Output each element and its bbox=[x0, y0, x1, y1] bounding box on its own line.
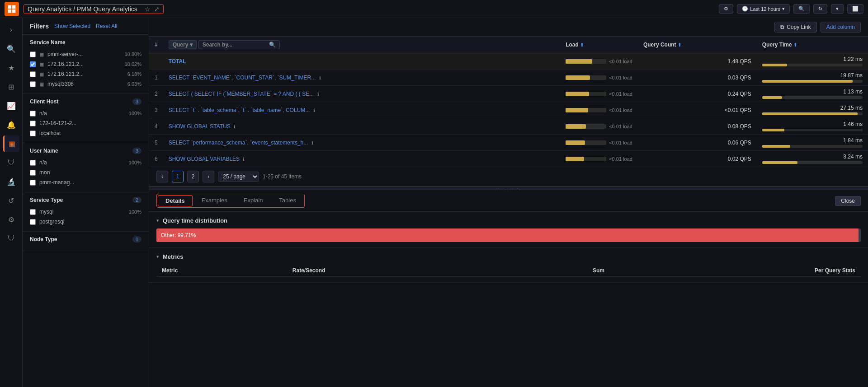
service-name-checkbox-3[interactable] bbox=[30, 81, 36, 87]
service-name-label-0[interactable]: pmm-server-... bbox=[47, 51, 121, 57]
service-name-label-3[interactable]: mysql3308 bbox=[47, 81, 124, 87]
row-num-4: 4 bbox=[149, 118, 163, 135]
nav-qan-icon[interactable]: 🔬 bbox=[3, 173, 19, 190]
per-page-select[interactable]: 25 / page 50 / page 100 / page bbox=[218, 172, 259, 182]
query-link-3[interactable]: SELECT `t` . `table_schema`, `t` . `tabl… bbox=[169, 107, 310, 113]
table-row[interactable]: 2 SELECT ( SELECT IF (`MEMBER_STATE` = ?… bbox=[149, 86, 868, 102]
table-row[interactable]: 4 SHOW GLOBAL STATUS ℹ <0.01 load bbox=[149, 118, 868, 135]
close-button[interactable]: Close bbox=[835, 196, 861, 206]
query-link-6[interactable]: SHOW GLOBAL VARIABLES bbox=[169, 156, 240, 162]
client-host-label-0[interactable]: n/a bbox=[39, 110, 125, 117]
info-icon-2[interactable]: ℹ bbox=[317, 92, 319, 97]
qtime-cell-4: 1.46 ms bbox=[757, 118, 868, 135]
nav-backup-icon[interactable]: ↺ bbox=[3, 192, 19, 209]
user-name-count: 3 bbox=[132, 148, 142, 154]
user-name-checkbox-2[interactable] bbox=[30, 180, 36, 186]
query-link-5[interactable]: SELECT `performance_schema`. `events_sta… bbox=[169, 140, 308, 146]
query-dropdown[interactable]: Query ▾ bbox=[169, 40, 197, 49]
nav-alert-icon[interactable]: 🔔 bbox=[3, 117, 19, 133]
nav-settings-icon[interactable]: ⚙ bbox=[3, 211, 19, 228]
qtime-cell-2: 1.13 ms bbox=[757, 86, 868, 102]
time-range-btn[interactable]: 🕐 Last 12 hours ▾ bbox=[737, 4, 790, 14]
col-load[interactable]: Load ⬆ bbox=[560, 37, 638, 53]
user-name-checkbox-0[interactable] bbox=[30, 160, 36, 166]
nav-chevron[interactable]: › bbox=[3, 22, 19, 38]
gear-btn[interactable]: ⚙ bbox=[719, 4, 733, 14]
client-host-label-2[interactable]: localhost bbox=[39, 130, 138, 136]
info-icon-4[interactable]: ℹ bbox=[234, 124, 236, 129]
star-icon[interactable]: ☆ bbox=[145, 5, 151, 13]
query-link-4[interactable]: SHOW GLOBAL STATUS bbox=[169, 123, 231, 130]
metrics-header[interactable]: ▾ Metrics bbox=[156, 253, 861, 260]
table-row-total[interactable]: TOTAL <0.01 load 1.48 QPS bbox=[149, 53, 868, 70]
query-time-dist-title: Query time distribution bbox=[163, 217, 227, 224]
service-name-label-1[interactable]: 172.16.121.2... bbox=[47, 61, 121, 67]
show-selected-link[interactable]: Show Selected bbox=[54, 23, 90, 29]
resize-handle[interactable]: · · · · · bbox=[149, 187, 868, 190]
service-type-count: 2 bbox=[132, 197, 142, 203]
query-cell-4: SHOW GLOBAL STATUS ℹ bbox=[163, 118, 561, 135]
query-time-dist-header[interactable]: ▾ Query time distribution bbox=[156, 217, 861, 224]
user-name-checkbox-1[interactable] bbox=[30, 170, 36, 176]
node-type-header: Node Type 1 bbox=[30, 236, 142, 242]
client-host-checkbox-2[interactable] bbox=[30, 131, 36, 136]
table-row[interactable]: 5 SELECT `performance_schema`. `events_s… bbox=[149, 135, 868, 151]
dist-bar: Other: 99.71% bbox=[156, 228, 861, 242]
tab-examples[interactable]: Examples bbox=[194, 195, 235, 206]
info-icon-3[interactable]: ℹ bbox=[313, 108, 315, 113]
nav-search-icon[interactable]: 🔍 bbox=[3, 41, 19, 57]
service-name-checkbox-1[interactable] bbox=[30, 61, 36, 67]
info-icon-1[interactable]: ℹ bbox=[319, 75, 321, 80]
tab-details[interactable]: Details bbox=[158, 195, 193, 206]
search-icon[interactable]: 🔍 bbox=[269, 42, 276, 48]
nav-grid-icon[interactable]: ⊞ bbox=[3, 79, 19, 95]
prev-page-btn[interactable]: ‹ bbox=[156, 171, 168, 182]
more-btn[interactable]: ▾ bbox=[831, 4, 844, 14]
tv-btn[interactable]: ⬜ bbox=[847, 4, 863, 14]
bar-chart-icon-3: ▦ bbox=[39, 81, 44, 87]
query-link-1[interactable]: SELECT `EVENT_NAME`, `COUNT_STAR`, `SUM_… bbox=[169, 75, 316, 81]
nav-analytics-icon[interactable]: ▦ bbox=[3, 135, 19, 152]
user-name-label-0[interactable]: n/a bbox=[39, 159, 125, 166]
total-qps: 1.48 QPS bbox=[638, 53, 757, 70]
user-name-label-1[interactable]: mon bbox=[39, 169, 142, 176]
client-host-checkbox-1[interactable] bbox=[30, 121, 36, 126]
table-row[interactable]: 3 SELECT `t` . `table_schema`, `t` . `ta… bbox=[149, 102, 868, 118]
filter-item: ▦ pmm-server-... 10.80% bbox=[30, 49, 142, 59]
table-row[interactable]: 1 SELECT `EVENT_NAME`, `COUNT_STAR`, `SU… bbox=[149, 70, 868, 86]
page-1-btn[interactable]: 1 bbox=[172, 171, 184, 182]
nav-dba-icon[interactable]: 🛡 bbox=[3, 154, 19, 171]
client-host-label-1[interactable]: 172-16-121-2... bbox=[39, 120, 138, 126]
reset-all-link[interactable]: Reset All bbox=[96, 23, 117, 29]
load-cell-4: <0.01 load bbox=[560, 118, 638, 135]
service-name-checkbox-2[interactable] bbox=[30, 71, 36, 77]
info-icon-6[interactable]: ℹ bbox=[243, 157, 245, 162]
client-host-checkbox-0[interactable] bbox=[30, 111, 36, 117]
nav-star-icon[interactable]: ★ bbox=[3, 60, 19, 76]
nav-shield-icon[interactable]: 🛡 bbox=[3, 230, 19, 247]
page-2-btn[interactable]: 2 bbox=[187, 171, 199, 182]
service-type-label-0[interactable]: mysql bbox=[39, 209, 125, 215]
share-icon[interactable]: ⤢ bbox=[154, 5, 160, 13]
service-type-checkbox-0[interactable] bbox=[30, 209, 36, 215]
service-name-label-2[interactable]: 172.16.121.2... bbox=[47, 71, 124, 77]
query-link-2[interactable]: SELECT ( SELECT IF (`MEMBER_STATE` = ? A… bbox=[169, 91, 314, 97]
service-name-checkbox-0[interactable] bbox=[30, 51, 36, 57]
tab-explain[interactable]: Explain bbox=[236, 195, 270, 206]
col-query-time[interactable]: Query Time ⬆ bbox=[757, 37, 868, 53]
next-page-btn[interactable]: › bbox=[203, 171, 214, 182]
add-column-button[interactable]: Add column bbox=[821, 22, 861, 33]
tab-tables[interactable]: Tables bbox=[272, 195, 303, 206]
user-name-label-2[interactable]: pmm-manag... bbox=[39, 179, 142, 186]
service-type-label-1[interactable]: postgresql bbox=[39, 219, 142, 225]
copy-link-button[interactable]: ⧉ Copy Link bbox=[774, 22, 816, 33]
service-type-checkbox-1[interactable] bbox=[30, 219, 36, 225]
refresh-btn[interactable]: ↻ bbox=[813, 4, 827, 14]
nav-report-icon[interactable]: 📈 bbox=[3, 98, 19, 114]
app-logo[interactable] bbox=[5, 2, 19, 16]
table-row[interactable]: 6 SHOW GLOBAL VARIABLES ℹ <0.01 load bbox=[149, 151, 868, 167]
col-query-count[interactable]: Query Count ⬆ bbox=[638, 37, 757, 53]
zoom-btn[interactable]: 🔍 bbox=[793, 4, 810, 14]
info-icon-5[interactable]: ℹ bbox=[311, 140, 313, 145]
col-query-selector[interactable]: Query ▾ Search by... 🔍 bbox=[163, 37, 561, 53]
